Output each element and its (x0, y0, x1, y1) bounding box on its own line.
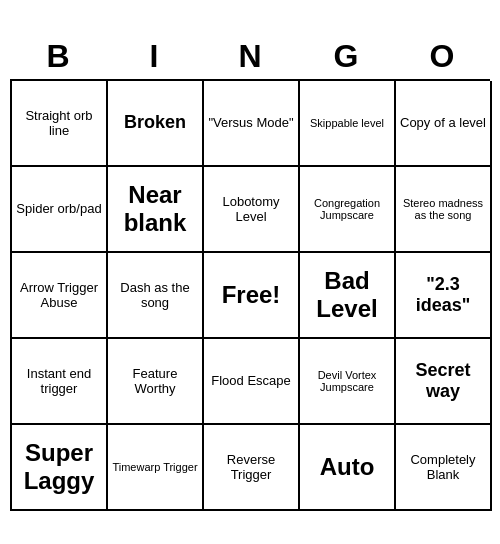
bingo-cell-17: Flood Escape (204, 339, 300, 425)
bingo-cell-21: Timewarp Trigger (108, 425, 204, 511)
bingo-cell-12: Free! (204, 253, 300, 339)
bingo-cell-14: "2.3 ideas" (396, 253, 492, 339)
bingo-board: B I N G O Straight orb lineBroken"Versus… (10, 34, 490, 511)
bingo-cell-16: Feature Worthy (108, 339, 204, 425)
bingo-cell-2: "Versus Mode" (204, 81, 300, 167)
bingo-grid: Straight orb lineBroken"Versus Mode"Skip… (10, 79, 490, 511)
bingo-header: B I N G O (10, 34, 490, 79)
bingo-cell-1: Broken (108, 81, 204, 167)
bingo-cell-22: Reverse Trigger (204, 425, 300, 511)
bingo-cell-6: Near blank (108, 167, 204, 253)
bingo-cell-24: Completely Blank (396, 425, 492, 511)
header-o: O (397, 38, 487, 75)
bingo-cell-13: Bad Level (300, 253, 396, 339)
header-i: I (109, 38, 199, 75)
bingo-cell-7: Lobotomy Level (204, 167, 300, 253)
header-g: G (301, 38, 391, 75)
bingo-cell-10: Arrow Trigger Abuse (12, 253, 108, 339)
header-n: N (205, 38, 295, 75)
bingo-cell-3: Skippable level (300, 81, 396, 167)
bingo-cell-15: Instant end trigger (12, 339, 108, 425)
bingo-cell-23: Auto (300, 425, 396, 511)
header-b: B (13, 38, 103, 75)
bingo-cell-9: Stereo madness as the song (396, 167, 492, 253)
bingo-cell-4: Copy of a level (396, 81, 492, 167)
bingo-cell-19: Secret way (396, 339, 492, 425)
bingo-cell-0: Straight orb line (12, 81, 108, 167)
bingo-cell-5: Spider orb/pad (12, 167, 108, 253)
bingo-cell-18: Devil Vortex Jumpscare (300, 339, 396, 425)
bingo-cell-8: Congregation Jumpscare (300, 167, 396, 253)
bingo-cell-20: Super Laggy (12, 425, 108, 511)
bingo-cell-11: Dash as the song (108, 253, 204, 339)
